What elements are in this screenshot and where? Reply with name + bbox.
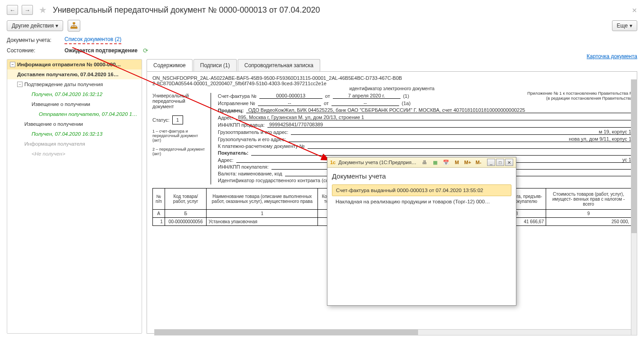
scrollbar-thumb[interactable] — [631, 80, 637, 233]
doc-identifier: 2-8C870DA05544-00001_20200407_5fb6f749-5… — [152, 81, 631, 86]
tree-delivered[interactable]: Доставлен получателю, 07.04.2020 16… — [7, 69, 142, 79]
invoice-label: Счет-фактура № — [218, 93, 257, 99]
maximize-button[interactable]: □ — [496, 159, 504, 166]
status-label: Статус: — [152, 117, 170, 123]
nav-forward-button[interactable]: → — [22, 5, 33, 15]
docs-list-link[interactable]: Список документов (2) — [64, 36, 121, 44]
tree-receipt-notice-2[interactable]: Извещение о получении — [7, 119, 142, 129]
consignee-label: Грузополучатель и его адрес: — [218, 137, 286, 142]
inn-seller-value: 9999425841/770708389 — [267, 122, 631, 128]
structure-button[interactable] — [68, 20, 80, 32]
state-label: Состояние: — [7, 47, 61, 54]
tree-collapse-icon[interactable]: − — [17, 82, 23, 87]
tab-signatures[interactable]: Подписи (1) — [193, 59, 237, 71]
svg-rect-3 — [75, 27, 77, 28]
seller-label: Продавец: — [218, 108, 244, 113]
nav-back-button[interactable]: ← — [7, 5, 18, 15]
popup-item-nakladnaya[interactable]: Накладная на реализацию продукции и това… — [332, 196, 511, 207]
minimize-button[interactable]: _ — [487, 159, 495, 166]
doc-type-title: Универсальный передаточный документ — [152, 93, 207, 109]
svg-rect-2 — [73, 27, 75, 28]
m-button[interactable]: M — [453, 159, 461, 166]
other-actions-label: Другие действия — [12, 23, 54, 29]
calendar-icon[interactable]: 📅 — [442, 159, 450, 166]
tree-status: <Не получен> — [7, 149, 142, 159]
tree-receipt-notice-1[interactable]: Извещение о получении — [7, 99, 142, 109]
tab-content[interactable]: Содержимое — [147, 59, 193, 71]
close-icon[interactable]: ✕ — [632, 7, 637, 14]
grid-icon[interactable]: ▦ — [431, 159, 439, 166]
print-icon[interactable]: 🖶 — [420, 159, 428, 166]
tree-panel: −Информация отправителя № 0000-000… Дост… — [7, 59, 142, 334]
vertical-scrollbar[interactable] — [631, 79, 637, 335]
appendix-note: Приложение № 1 к постановлению Правитель… — [527, 91, 632, 101]
tree-recipient-info[interactable]: Информация получателя — [7, 139, 142, 149]
app-icon: 1c — [330, 160, 336, 165]
status-box: 1 — [172, 115, 183, 124]
inn-buyer-label: ИНН/КПП покупателя: — [218, 164, 269, 170]
buyer-label: Покупатель: — [218, 150, 248, 156]
state-value: Ожидается подтверждение — [64, 47, 138, 54]
invoice-date: 7 апреля 2020 г. — [333, 93, 400, 99]
m-plus-button[interactable]: M+ — [464, 159, 472, 166]
shipper-label: Грузоотправитель и его адрес: — [218, 129, 288, 135]
refresh-icon[interactable]: ⟳ — [143, 47, 148, 54]
chevron-down-icon: ▾ — [55, 23, 58, 29]
m-minus-button[interactable]: M- — [474, 159, 483, 166]
svg-rect-1 — [71, 27, 73, 28]
svg-rect-0 — [73, 23, 75, 24]
chevron-down-icon: ▾ — [630, 23, 632, 29]
seller-value: ОДО ВидеоКожЖил, БИК 044525225, банк ОАО… — [246, 107, 631, 113]
horizontal-scrollbar[interactable] — [154, 329, 634, 335]
popup-titlebar[interactable]: 1c Документы учета (1С:Предприятие) 🖶 ▦ … — [327, 157, 516, 168]
docs-label: Документы учета: — [7, 37, 61, 43]
tree-status: Отправлен получателю, 07.04.2020 1… — [7, 109, 142, 119]
page-title: Универсальный передаточный документ № 00… — [53, 5, 320, 15]
popup-heading: Документы учета — [332, 172, 511, 180]
tree-confirm-date[interactable]: −Подтверждение даты получения — [7, 79, 142, 89]
tree-status: Получен, 07.04.2020 16:32:13 — [7, 129, 142, 139]
tree-collapse-icon[interactable]: − — [10, 62, 15, 67]
buyer-addr-label: Адрес: — [218, 157, 234, 163]
close-button[interactable]: ✕ — [505, 159, 513, 166]
tree-status: Получен, 07.04.2020 16:32:12 — [7, 89, 142, 99]
star-icon[interactable]: ★ — [39, 5, 47, 15]
tree-sender-info[interactable]: −Информация отправителя № 0000-000… — [7, 60, 142, 69]
popup-title: Документы учета (1С:Предприятие) — [338, 160, 418, 165]
more-label: Еще — [617, 23, 628, 29]
document-card-link[interactable]: Карточка документа — [587, 53, 637, 60]
addr-label: Адрес: — [218, 115, 234, 120]
payment-label: К платежно-расчетному документу № — [218, 143, 305, 149]
invoice-no: 0000-000013 — [259, 93, 322, 99]
addr-value: 895, Москва г, Грузинская М. ул, дом 20/… — [236, 115, 631, 120]
tab-cover-note[interactable]: Сопроводительная записка — [238, 59, 320, 71]
other-actions-button[interactable]: Другие действия ▾ — [7, 20, 63, 31]
scrollbar-thumb[interactable] — [155, 330, 418, 335]
status-note-1: 1 – счет-фактура и передаточный документ… — [152, 129, 207, 142]
popup-documents: 1c Документы учета (1С:Предприятие) 🖶 ▦ … — [327, 157, 516, 306]
inn-seller-label: ИНН/КПП продавца: — [218, 122, 265, 128]
popup-item-invoice[interactable]: Счет-фактура выданный 0000-000013 от 07.… — [332, 184, 511, 196]
currency-label: Валюта: наименование, код — [218, 171, 282, 176]
more-button[interactable]: Еще ▾ — [612, 20, 637, 31]
doc-identifier: ON_NSCHFDOPPR_2AL-A5022ABE-BAF5-45B9-950… — [152, 75, 631, 81]
status-note-2: 2 – передаточный документ (акт) — [152, 147, 207, 156]
correction-label: Исправление № — [218, 101, 255, 106]
